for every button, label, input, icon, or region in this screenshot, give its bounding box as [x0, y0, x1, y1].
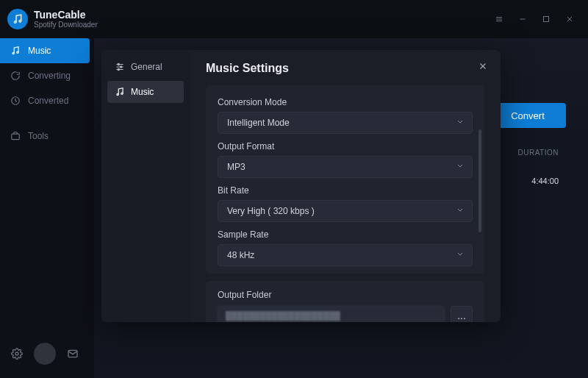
sidebar-item-label: Converted: [28, 96, 68, 106]
field-label-output-folder: Output Folder: [218, 290, 473, 300]
svg-rect-12: [12, 134, 20, 140]
field-label-output-format: Output Format: [218, 141, 473, 151]
settings-title: Music Settings: [206, 62, 484, 75]
app-logo: [7, 9, 28, 29]
svg-point-21: [117, 93, 118, 95]
maximize-button[interactable]: [541, 14, 551, 24]
window-controls: [494, 14, 581, 24]
output-folder-input[interactable]: ████████████████████: [218, 306, 445, 322]
chevron-down-icon: [456, 118, 465, 129]
svg-point-0: [14, 21, 16, 24]
menu-button[interactable]: [494, 14, 504, 24]
settings-tab-label: General: [131, 62, 162, 72]
music-icon: [10, 46, 21, 56]
sliders-icon: [115, 62, 125, 72]
feedback-button[interactable]: [66, 347, 79, 360]
app-title-block: TuneCable Spotify Downloader: [34, 10, 98, 29]
svg-point-10: [17, 51, 18, 53]
chevron-down-icon: [456, 250, 465, 261]
sidebar-item-label: Music: [28, 46, 51, 56]
sidebar-item-converting[interactable]: Converting: [0, 63, 94, 88]
duration-value: 4:44:00: [531, 176, 559, 185]
sidebar-item-tools[interactable]: Tools: [0, 124, 94, 149]
select-value: MP3: [227, 162, 245, 172]
sidebar-item-label: Converting: [28, 71, 71, 81]
column-header-duration: DURATION: [518, 149, 559, 157]
close-modal-button[interactable]: [476, 59, 490, 74]
svg-point-9: [12, 52, 14, 54]
field-label-sample-rate: Sample Rate: [218, 229, 473, 240]
output-format-select[interactable]: MP3: [218, 156, 473, 178]
convert-button[interactable]: Convert: [490, 103, 566, 128]
close-window-button[interactable]: [564, 14, 575, 24]
field-label-bit-rate: Bit Rate: [218, 185, 473, 196]
svg-point-22: [121, 93, 123, 94]
output-folder-card: Output Folder ████████████████████ ...: [206, 281, 484, 322]
settings-tab-general[interactable]: General: [107, 56, 184, 78]
app-title: TuneCable: [34, 10, 98, 21]
sidebar-item-converted[interactable]: Converted: [0, 88, 94, 113]
svg-rect-6: [544, 17, 549, 22]
select-value: Intelligent Mode: [227, 118, 290, 128]
music-note-icon: [115, 87, 125, 97]
settings-sidebar: General Music: [101, 50, 190, 322]
bit-rate-select[interactable]: Very High ( 320 kbps ): [218, 200, 473, 222]
svg-point-19: [121, 66, 122, 68]
svg-point-13: [15, 352, 18, 355]
chevron-down-icon: [456, 162, 465, 173]
browse-folder-button[interactable]: ...: [451, 306, 473, 322]
settings-tab-music[interactable]: Music: [107, 81, 184, 103]
sidebar-item-music[interactable]: Music: [0, 38, 90, 63]
titlebar: TuneCable Spotify Downloader: [0, 0, 588, 38]
field-label-conversion-mode: Conversion Mode: [218, 97, 473, 107]
settings-tab-label: Music: [131, 87, 154, 97]
avatar[interactable]: [34, 343, 56, 365]
select-value: Very High ( 320 kbps ): [227, 206, 315, 216]
chevron-down-icon: [456, 206, 465, 217]
converted-icon: [10, 96, 21, 106]
svg-point-20: [118, 68, 119, 70]
sidebar-item-label: Tools: [28, 131, 49, 141]
scrollbar[interactable]: [478, 129, 481, 232]
settings-card: Conversion Mode Intelligent Mode Output …: [206, 85, 484, 274]
svg-point-1: [19, 20, 21, 22]
app-subtitle: Spotify Downloader: [34, 21, 98, 29]
select-value: 48 kHz: [227, 250, 254, 260]
sidebar-bottom: [0, 334, 94, 378]
minimize-button[interactable]: [517, 14, 528, 24]
tools-icon: [10, 131, 21, 141]
sample-rate-select[interactable]: 48 kHz: [218, 244, 473, 266]
settings-content: Music Settings Conversion Mode Intellige…: [190, 50, 501, 322]
settings-button[interactable]: [10, 347, 24, 360]
svg-point-18: [118, 63, 119, 65]
sidebar: Music Converting Converted Tools: [0, 38, 94, 378]
settings-modal: General Music Music Settings Conversion …: [101, 50, 501, 322]
converting-icon: [10, 71, 21, 81]
conversion-mode-select[interactable]: Intelligent Mode: [218, 112, 473, 134]
